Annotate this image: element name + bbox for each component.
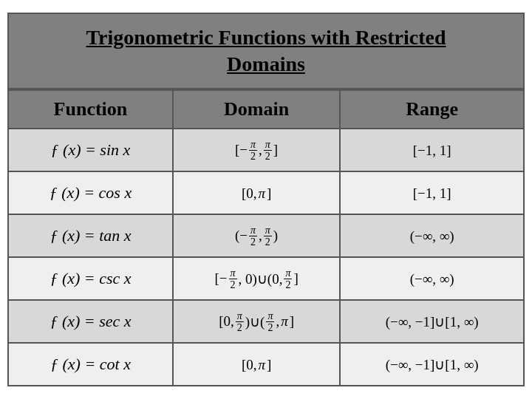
domain-cell: [0, π] xyxy=(173,171,340,214)
domain-cell: [0, π] xyxy=(173,343,340,386)
function-cell: ƒ (x) = tan x xyxy=(8,214,173,257)
function-cell: ƒ (x) = csc x xyxy=(8,257,173,300)
range-cell: (−∞, −1]∪[1, ∞) xyxy=(340,343,524,386)
range-cell: (−∞, ∞) xyxy=(340,257,524,300)
range-cell: (−∞, −1]∪[1, ∞) xyxy=(340,300,524,343)
col-header-domain: Domain xyxy=(173,90,340,129)
table-row: ƒ (x) = csc x [−π2, 0)∪(0, π2] (−∞, ∞) xyxy=(8,257,524,300)
col-header-function: Function xyxy=(8,90,173,129)
table-row: ƒ (x) = cos x [0, π] [−1, 1] xyxy=(8,171,524,214)
trig-table: Function Domain Range ƒ (x) = sin x [−π2… xyxy=(7,89,525,386)
table-row: ƒ (x) = cot x [0, π] (−∞, −1]∪[1, ∞) xyxy=(8,343,524,386)
domain-cell: [−π2, 0)∪(0, π2] xyxy=(173,257,340,300)
table-row: ƒ (x) = sec x [0, π2)∪(π2, π] (−∞, −1]∪[… xyxy=(8,300,524,343)
function-cell: ƒ (x) = cot x xyxy=(8,343,173,386)
function-cell: ƒ (x) = sin x xyxy=(8,129,173,171)
table-header-row: Function Domain Range xyxy=(8,90,524,129)
main-container: Trigonometric Functions with Restricted … xyxy=(7,13,525,387)
range-cell: (−∞, ∞) xyxy=(340,214,524,257)
col-header-range: Range xyxy=(340,90,524,129)
function-cell: ƒ (x) = sec x xyxy=(8,300,173,343)
table-row: ƒ (x) = sin x [−π2, π2] [−1, 1] xyxy=(8,129,524,171)
range-cell: [−1, 1] xyxy=(340,171,524,214)
domain-cell: (−π2, π2) xyxy=(173,214,340,257)
domain-cell: [−π2, π2] xyxy=(173,129,340,171)
function-cell: ƒ (x) = cos x xyxy=(8,171,173,214)
title-box: Trigonometric Functions with Restricted … xyxy=(7,13,525,90)
page-title: Trigonometric Functions with Restricted … xyxy=(16,24,516,78)
domain-cell: [0, π2)∪(π2, π] xyxy=(173,300,340,343)
table-row: ƒ (x) = tan x (−π2, π2) (−∞, ∞) xyxy=(8,214,524,257)
range-cell: [−1, 1] xyxy=(340,129,524,171)
